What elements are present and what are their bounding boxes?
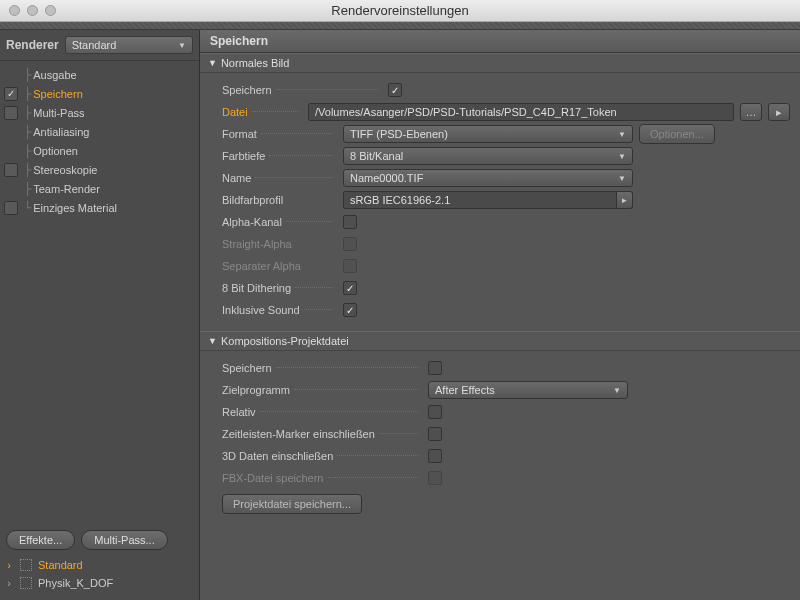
form-komposition: Speichern Zielprogramm After Effects▼ Re… [200, 351, 800, 525]
chevron-right-icon: › [4, 559, 14, 571]
panel-title: Speichern [200, 30, 800, 53]
chevron-right-icon: › [4, 577, 14, 589]
renderer-row: Renderer Standard ▼ [0, 30, 199, 61]
chevron-down-icon: ▼ [178, 41, 186, 50]
tree-branch-icon: ├ [24, 125, 31, 139]
checkbox-marker[interactable] [428, 427, 442, 441]
tree-branch-icon: ├ [24, 144, 31, 158]
label-separater: Separater Alpha [222, 260, 301, 272]
sidebar-buttons: Effekte... Multi-Pass... [0, 524, 199, 556]
settings-panel: Speichern ▼ Normales Bild Speichern Date… [200, 30, 800, 600]
checkbox[interactable] [4, 201, 18, 215]
settings-tree: ├ Ausgabe ├ Speichern ├ Multi-Pass ├ Ant… [0, 61, 199, 524]
tree-branch-icon: └ [24, 201, 31, 215]
label-datei: Datei [222, 106, 248, 118]
close-window-icon[interactable] [9, 5, 20, 16]
tree-branch-icon: ├ [24, 163, 31, 177]
section-komposition[interactable]: ▼ Kompositions-Projektdatei [200, 331, 800, 351]
checkbox-sound[interactable] [343, 303, 357, 317]
bildfarbprofil-menu-button[interactable]: ▸ [617, 191, 633, 209]
label-zielprogramm: Zielprogramm [222, 384, 290, 396]
dropdown-format[interactable]: TIFF (PSD-Ebenen)▼ [343, 125, 633, 143]
chevron-down-icon: ▼ [613, 386, 621, 395]
tree-branch-icon: ├ [24, 87, 31, 101]
input-bildfarbprofil[interactable]: sRGB IEC61966-2.1 [343, 191, 617, 209]
tree-branch-icon: ├ [24, 106, 31, 120]
renderer-dropdown[interactable]: Standard ▼ [65, 36, 193, 54]
checkbox-relativ[interactable] [428, 405, 442, 419]
section-normales-bild[interactable]: ▼ Normales Bild [200, 53, 800, 73]
label-name: Name [222, 172, 251, 184]
tree-item-team-render[interactable]: ├ Team-Render [0, 179, 199, 198]
preset-standard[interactable]: › Standard [4, 556, 195, 574]
checkbox[interactable] [4, 163, 18, 177]
label-3d-daten: 3D Daten einschließen [222, 450, 333, 462]
dropdown-name[interactable]: Name0000.TIF▼ [343, 169, 633, 187]
chevron-down-icon: ▼ [618, 130, 626, 139]
browse-button[interactable]: … [740, 103, 762, 121]
checkbox-alpha[interactable] [343, 215, 357, 229]
dropdown-zielprogramm[interactable]: After Effects▼ [428, 381, 628, 399]
label-relativ: Relativ [222, 406, 256, 418]
tree-item-antialiasing[interactable]: ├ Antialiasing [0, 122, 199, 141]
preset-list: › Standard › Physik_K_DOF [0, 556, 199, 600]
tree-item-ausgabe[interactable]: ├ Ausgabe [0, 65, 199, 84]
zoom-window-icon[interactable] [45, 5, 56, 16]
checkbox-separater [343, 259, 357, 273]
path-menu-button[interactable]: ▸ [768, 103, 790, 121]
checkbox-3d-daten[interactable] [428, 449, 442, 463]
preset-icon [20, 559, 32, 571]
renderer-value: Standard [72, 39, 117, 51]
label-format: Format [222, 128, 257, 140]
label-sound: Inklusive Sound [222, 304, 300, 316]
renderer-label: Renderer [6, 38, 59, 52]
chevron-down-icon: ▼ [618, 152, 626, 161]
tree-item-speichern[interactable]: ├ Speichern [0, 84, 199, 103]
label-straight: Straight-Alpha [222, 238, 292, 250]
multipass-button[interactable]: Multi-Pass... [81, 530, 168, 550]
chevron-down-icon: ▼ [618, 174, 626, 183]
checkbox[interactable] [4, 106, 18, 120]
window-controls [9, 5, 56, 16]
preset-icon [20, 577, 32, 589]
minimize-window-icon[interactable] [27, 5, 38, 16]
label-speichern: Speichern [222, 84, 272, 96]
label-komp-speichern: Speichern [222, 362, 272, 374]
triangle-down-icon: ▼ [208, 58, 217, 68]
label-bildfarbprofil: Bildfarbprofil [222, 194, 283, 206]
title-bar: Rendervoreinstellungen [0, 0, 800, 22]
input-datei[interactable]: /Volumes/Asanger/PSD/PSD-Tutorials/PSD_C… [308, 103, 734, 121]
tree-item-stereo[interactable]: ├ Stereoskopie [0, 160, 199, 179]
toolbar-hatch [0, 22, 800, 30]
checkbox-straight [343, 237, 357, 251]
tree-item-optionen[interactable]: ├ Optionen [0, 141, 199, 160]
save-project-button[interactable]: Projektdatei speichern... [222, 494, 362, 514]
effects-button[interactable]: Effekte... [6, 530, 75, 550]
label-dither: 8 Bit Dithering [222, 282, 291, 294]
label-farbtiefe: Farbtiefe [222, 150, 265, 162]
tree-branch-icon: ├ [24, 182, 31, 196]
dropdown-farbtiefe[interactable]: 8 Bit/Kanal▼ [343, 147, 633, 165]
triangle-down-icon: ▼ [208, 336, 217, 346]
preset-physik[interactable]: › Physik_K_DOF [4, 574, 195, 592]
tree-item-einziges-material[interactable]: └ Einziges Material [0, 198, 199, 217]
tree-item-multipass[interactable]: ├ Multi-Pass [0, 103, 199, 122]
label-alpha: Alpha-Kanal [222, 216, 282, 228]
checkbox-speichern[interactable] [388, 83, 402, 97]
window-title: Rendervoreinstellungen [0, 3, 800, 18]
label-fbx: FBX-Datei speichern [222, 472, 324, 484]
tree-branch-icon: ├ [24, 68, 31, 82]
checkbox-komp-speichern[interactable] [428, 361, 442, 375]
sidebar: Renderer Standard ▼ ├ Ausgabe ├ Speicher… [0, 30, 200, 600]
format-optionen-button[interactable]: Optionen... [639, 124, 715, 144]
form-normales-bild: Speichern Datei /Volumes/Asanger/PSD/PSD… [200, 73, 800, 331]
checkbox[interactable] [4, 87, 18, 101]
checkbox-dither[interactable] [343, 281, 357, 295]
label-marker: Zeitleisten-Marker einschließen [222, 428, 375, 440]
checkbox-fbx [428, 471, 442, 485]
